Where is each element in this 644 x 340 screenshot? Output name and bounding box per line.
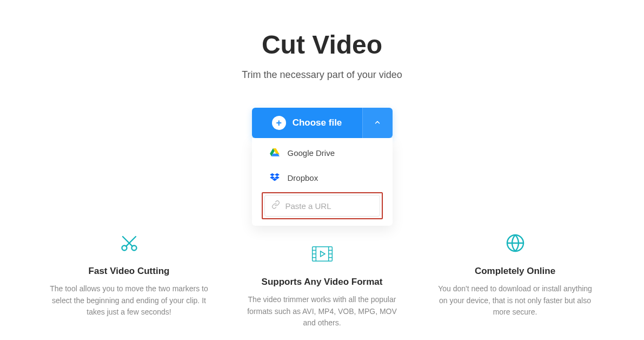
feature-desc: You don't need to download or install an…: [434, 283, 596, 318]
feature-title: Supports Any Video Format: [241, 277, 403, 287]
video-format-icon: [241, 243, 403, 265]
google-drive-label: Google Drive: [288, 148, 335, 158]
url-input[interactable]: [286, 201, 373, 211]
dropbox-icon: [269, 172, 280, 183]
dropdown-toggle-button[interactable]: [362, 108, 393, 138]
globe-icon: [434, 232, 596, 254]
page-subtitle: Trim the necessary part of your video: [0, 69, 644, 81]
upload-widget: + Choose file Google Drive Dropbox: [252, 108, 393, 226]
dropbox-label: Dropbox: [288, 173, 318, 182]
dropbox-option[interactable]: Dropbox: [252, 165, 393, 190]
feature-desc: The tool allows you to move the two mark…: [48, 283, 210, 318]
chevron-up-icon: [374, 119, 381, 128]
link-icon: [271, 200, 280, 211]
feature-online: Completely Online You don't need to down…: [434, 232, 596, 329]
plus-icon: +: [272, 116, 286, 130]
svg-marker-18: [320, 251, 324, 257]
scissors-icon: [48, 232, 210, 254]
choose-file-button[interactable]: + Choose file: [252, 108, 362, 138]
svg-marker-0: [270, 173, 275, 176]
feature-title: Fast Video Cutting: [48, 266, 210, 277]
choose-file-label: Choose file: [293, 117, 342, 128]
svg-marker-1: [275, 173, 280, 176]
feature-desc: The video trimmer works with all the pop…: [241, 294, 403, 329]
upload-dropdown-panel: Google Drive Dropbox: [252, 138, 393, 226]
feature-title: Completely Online: [434, 266, 596, 277]
page-title: Cut Video: [0, 30, 644, 60]
feature-fast-cutting: Fast Video Cutting The tool allows you t…: [48, 232, 210, 329]
feature-formats: Supports Any Video Format The video trim…: [241, 232, 403, 329]
url-input-highlight: [262, 192, 383, 219]
google-drive-option[interactable]: Google Drive: [252, 140, 393, 165]
google-drive-icon: [269, 147, 280, 158]
